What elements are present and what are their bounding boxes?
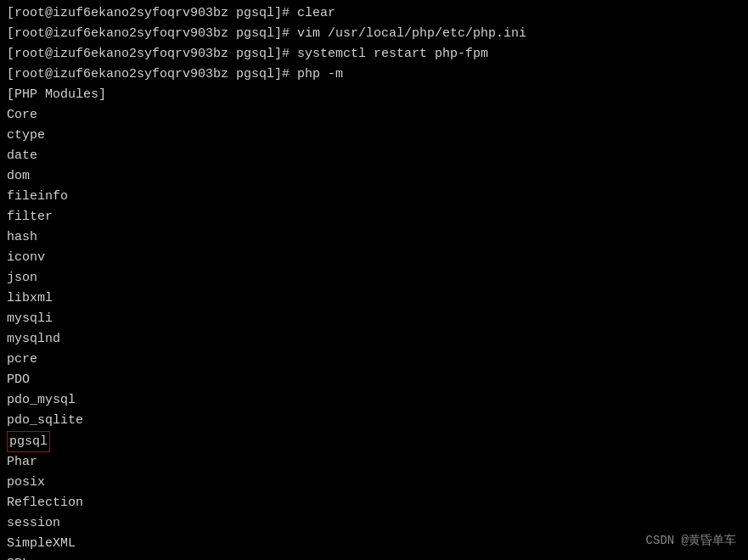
terminal-line: Core — [7, 105, 741, 126]
terminal-line: Phar — [7, 452, 741, 473]
terminal-line: session — [7, 513, 741, 534]
terminal-line: [PHP Modules] — [7, 85, 741, 105]
terminal-line: iconv — [7, 248, 741, 268]
terminal-line: SimpleXML — [7, 534, 741, 554]
terminal-line: libxml — [7, 288, 741, 309]
terminal-line: mysqli — [7, 309, 741, 329]
terminal-line: pdo_mysql — [7, 390, 741, 411]
terminal-line: [root@izuf6ekano2syfoqrv903bz pgsql]# ph… — [7, 64, 741, 85]
highlighted-module: pgsql — [7, 431, 50, 452]
terminal-line: ctype — [7, 126, 741, 146]
terminal: [root@izuf6ekano2syfoqrv903bz pgsql]# cl… — [0, 0, 748, 560]
terminal-line: [root@izuf6ekano2syfoqrv903bz pgsql]# cl… — [7, 3, 741, 24]
terminal-line: fileinfo — [7, 187, 741, 207]
terminal-line: filter — [7, 207, 741, 227]
terminal-line: PDO — [7, 370, 741, 390]
terminal-line: pdo_sqlite — [7, 411, 741, 431]
terminal-line: hash — [7, 227, 741, 248]
terminal-line: SPL — [7, 554, 741, 560]
terminal-line: dom — [7, 166, 741, 187]
terminal-line: pcre — [7, 350, 741, 370]
terminal-line: [root@izuf6ekano2syfoqrv903bz pgsql]# sy… — [7, 44, 741, 64]
highlight-line: pgsql — [7, 431, 741, 452]
terminal-line: json — [7, 268, 741, 288]
terminal-line: mysqlnd — [7, 329, 741, 350]
watermark: CSDN @黄昏单车 — [646, 531, 736, 550]
terminal-line: Reflection — [7, 493, 741, 513]
terminal-line: date — [7, 146, 741, 166]
terminal-line: [root@izuf6ekano2syfoqrv903bz pgsql]# vi… — [7, 24, 741, 44]
terminal-line: posix — [7, 473, 741, 493]
